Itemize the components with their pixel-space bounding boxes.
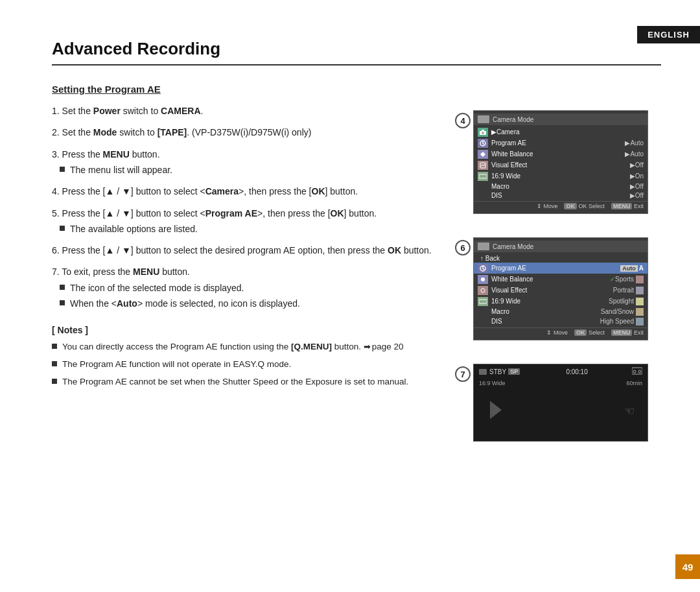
section-heading: Setting the Program AE xyxy=(52,84,661,95)
step-3: 3. Press the MENU button. The menu list … xyxy=(52,147,454,177)
screen6-ve-row: Visual Effect Portrait xyxy=(474,285,648,296)
screen4-dis-label: DIS xyxy=(478,192,630,199)
screen4-title: Camera Mode xyxy=(493,116,533,123)
page-container: ENGLISH Advanced Recording Setting the P… xyxy=(0,0,700,592)
screen-4-label: 4 xyxy=(455,113,471,128)
step-1: 1. Set the Power switch to CAMERA. xyxy=(52,104,454,118)
sandsnow-icon xyxy=(636,308,644,316)
screen-6-wrapper: 6 Camera Mode ↑ Back Pro xyxy=(473,237,648,340)
screen6-wide-value: Spotlight xyxy=(609,298,634,305)
vf-status: STBY xyxy=(489,368,506,375)
screen4-wb-label: White Balance xyxy=(491,150,625,158)
program-ae-icon xyxy=(478,139,488,148)
screen4-camera-label: ▶Camera xyxy=(491,128,644,136)
step-7-bullet-1-text: The icon of the selected mode is display… xyxy=(70,281,244,295)
vf-wide-label: 16:9 Wide xyxy=(479,380,506,386)
svg-rect-6 xyxy=(479,174,487,178)
screen-4: Camera Mode ▶Camera Program xyxy=(473,110,648,214)
step-1-text: 1. Set the Power switch to CAMERA. xyxy=(52,106,203,116)
svg-point-13 xyxy=(638,370,641,373)
step-4-text: 4. Press the [▲ / ▼] button to select <C… xyxy=(52,186,358,196)
page-number-badge: 49 xyxy=(675,554,700,579)
screen4-row-macro: Macro ▶Off xyxy=(474,182,648,191)
screen6-back-label: ↑ Back xyxy=(478,255,644,262)
svg-rect-2 xyxy=(482,130,484,131)
step-5-text: 5. Press the [▲ / ▼] button to select <P… xyxy=(52,208,377,219)
screen6-macro-value: Sand/Snow xyxy=(601,308,634,315)
screen6-wb-label: White Balance xyxy=(491,276,610,283)
screen-4-wrapper: 4 Camera Mode ▶Camera xyxy=(473,110,648,214)
screen4-programae-value: ▶Auto xyxy=(625,139,644,147)
bullet-icon xyxy=(60,167,65,172)
screen6-menu-label: MENU Exit xyxy=(611,329,644,336)
note-2: The Program AE function will not operate… xyxy=(52,358,454,372)
step-4: 4. Press the [▲ / ▼] button to select <C… xyxy=(52,184,454,198)
screen6-ve-label: Visual Effect xyxy=(491,287,613,294)
step-5: 5. Press the [▲ / ▼] button to select <P… xyxy=(52,206,454,236)
vf-cassette xyxy=(632,367,642,376)
screen6-a-badge: A xyxy=(639,265,644,272)
left-column: 1. Set the Power switch to CAMERA. 2. Se… xyxy=(52,104,454,453)
camera-icon xyxy=(478,243,489,250)
screen4-wb-value: ▶Auto xyxy=(625,150,644,158)
svg-point-12 xyxy=(633,370,636,373)
screen4-row-camera: ▶Camera xyxy=(474,126,648,137)
screen6-wb-icon xyxy=(478,275,488,284)
screen-7-label: 7 xyxy=(455,366,471,382)
play-triangle xyxy=(490,401,502,419)
note-3-text: The Program AE cannot be set when the Sh… xyxy=(62,375,408,389)
screen4-row-whitebalance: White Balance ▶Auto xyxy=(474,148,648,160)
spotlight-icon xyxy=(636,298,644,305)
screen6-programae-label: Program AE xyxy=(491,265,620,272)
checkmark: ✓ xyxy=(610,276,615,283)
wide-icon xyxy=(478,172,488,181)
screen4-footer: ⇕ Move OK OK Select MENU Exit xyxy=(474,201,648,211)
svg-rect-10 xyxy=(479,300,487,303)
language-badge: ENGLISH xyxy=(637,26,700,43)
tape-icon xyxy=(479,369,487,375)
step-2: 2. Set the Mode switch to [TAPE]. (VP-D3… xyxy=(52,125,454,139)
hand-icon-area: ☜ xyxy=(624,404,635,418)
screen6-dis-row: DIS High Speed xyxy=(474,316,648,326)
step-5-bullet: The available options are listed. xyxy=(60,222,454,236)
screen4-row-visualeffect: Visual Effect ▶Off xyxy=(474,160,648,171)
step-6-text: 6. Press the [▲ / ▼] button to select th… xyxy=(52,245,432,255)
bullet-icon xyxy=(60,226,65,231)
screen4-menu-label: MENU Exit xyxy=(611,203,644,209)
screen-6: Camera Mode ↑ Back Program AE Auto A xyxy=(473,237,648,340)
screen4-move-label: ⇕ Move xyxy=(537,203,558,209)
screen4-dis-value: ▶Off xyxy=(630,192,644,199)
screen4-row-programae: Program AE ▶Auto xyxy=(474,137,648,148)
portrait-icon xyxy=(636,287,644,294)
step-7-text: 7. To exit, press the MENU button. xyxy=(52,266,190,277)
note-3: The Program AE cannot be set when the Sh… xyxy=(52,375,454,389)
screen6-title: Camera Mode xyxy=(493,243,533,250)
step-3-text: 3. Press the MENU button. xyxy=(52,149,160,160)
step-3-bullet: The menu list will appear. xyxy=(60,163,454,177)
page-title: Advanced Recording xyxy=(52,39,661,65)
step-3-bullet-text: The menu list will appear. xyxy=(70,163,172,177)
screen4-macro-value: ▶Off xyxy=(630,183,644,190)
screen6-footer: ⇕ Move OK Select MENU Exit xyxy=(474,327,648,337)
screen6-ve-icon xyxy=(478,286,488,295)
bullet-icon xyxy=(60,300,65,305)
screen6-back-row: ↑ Back xyxy=(474,254,648,263)
screen4-row-169wide: 16:9 Wide ▶On xyxy=(474,171,648,182)
highspeed-icon xyxy=(636,318,644,326)
screen6-move-label: ⇕ Move xyxy=(546,329,568,336)
svg-point-8 xyxy=(481,278,485,281)
svg-point-4 xyxy=(481,152,485,156)
screen6-wb-value: Sports xyxy=(615,276,634,283)
screen6-macro-row: Macro Sand/Snow xyxy=(474,307,648,316)
screen4-programae-label: Program AE xyxy=(491,139,625,147)
step-5-bullet-text: The available options are listed. xyxy=(70,222,198,236)
screen6-auto-badge: Auto xyxy=(620,265,638,272)
svg-point-9 xyxy=(481,289,485,292)
screen6-ve-value: Portrait xyxy=(613,287,634,294)
screen6-ok-label: OK Select xyxy=(574,329,605,336)
screen4-wide-label: 16:9 Wide xyxy=(491,172,630,180)
vf-top-bar: STBY SP 0:00:10 xyxy=(474,364,648,379)
screen-7: STBY SP 0:00:10 16:9 Wide 60min xyxy=(473,364,648,442)
screen6-programae-icon xyxy=(478,264,488,273)
visual-effect-icon xyxy=(478,161,488,170)
